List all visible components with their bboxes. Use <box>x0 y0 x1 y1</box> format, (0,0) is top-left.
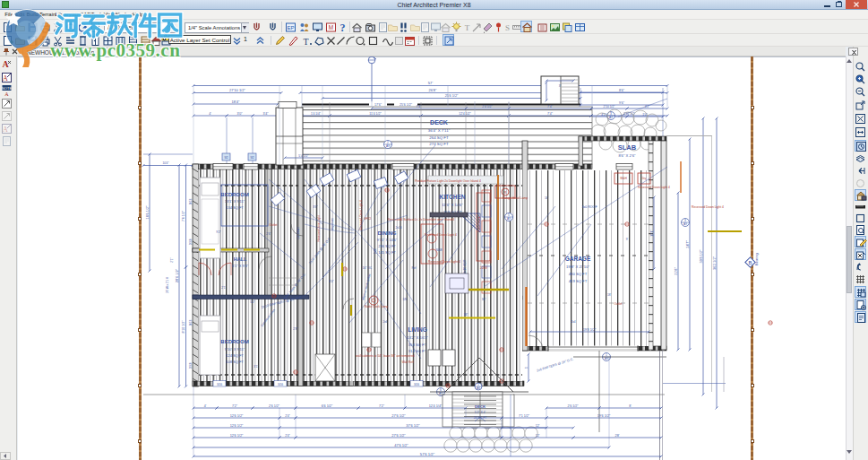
svg-text:134 SQ FT: 134 SQ FT <box>226 205 244 210</box>
svg-text:Recessed Down Light 4: Recessed Down Light 4 <box>359 200 363 230</box>
svg-text:Pendant Fixture Light 2x Downl: Pendant Fixture Light 2x Downlight Over … <box>415 179 481 183</box>
svg-text:Recessed Down Light 4: Recessed Down Light 4 <box>638 186 670 189</box>
svg-text:2'1": 2'1" <box>221 286 226 290</box>
svg-text:2x6: 2x6 <box>382 320 387 324</box>
svg-text:A9: A9 <box>507 217 511 221</box>
svg-text:17'6": 17'6" <box>374 103 382 107</box>
svg-text:3056: 3056 <box>189 319 193 325</box>
svg-text:2'4": 2'4" <box>285 414 290 418</box>
svg-text:1: 1 <box>606 353 607 357</box>
svg-text:7'6 1/2": 7'6 1/2" <box>182 210 185 221</box>
svg-text:M: M <box>329 24 333 30</box>
svg-text:3'4": 3'4" <box>263 112 270 116</box>
svg-text:2668: 2668 <box>189 362 193 369</box>
svg-text:HALL: HALL <box>234 256 247 262</box>
svg-text:419 SQ FT: 419 SQ FT <box>569 279 588 283</box>
svg-text:8'6" X 2'6": 8'6" X 2'6" <box>618 153 636 158</box>
svg-text:2x4: 2x4 <box>571 320 575 324</box>
svg-text:wall cabinets at 54", base 36": wall cabinets at 54", base 36" are tempe… <box>356 354 414 358</box>
svg-text:11'4 1/2": 11'4 1/2" <box>369 112 382 116</box>
svg-text:22'8": 22'8" <box>675 267 678 275</box>
svg-text:15'1": 15'1" <box>650 229 654 236</box>
svg-text:25'6 1/2": 25'6 1/2" <box>445 94 459 98</box>
svg-text:124 SQ FT: 124 SQ FT <box>226 353 244 358</box>
svg-text:A6: A6 <box>477 386 480 390</box>
svg-text:2: 2 <box>387 141 389 144</box>
svg-text:7'4": 7'4" <box>547 105 554 108</box>
svg-text:2'4": 2'4" <box>285 434 290 438</box>
svg-text:3'6 W x 2'1 H: 3'6 W x 2'1 H <box>166 277 169 293</box>
svg-text:2'6 1/2": 2'6 1/2" <box>269 404 280 408</box>
svg-text:DECK: DECK <box>475 404 486 409</box>
svg-text:36": 36" <box>464 313 468 317</box>
svg-text:3: 3 <box>684 219 686 222</box>
svg-text:18'4": 18'4" <box>232 100 240 104</box>
svg-text:BEDROOM: BEDROOM <box>220 339 248 344</box>
svg-text:36'4" X 7'11": 36'4" X 7'11" <box>428 128 451 133</box>
svg-text:2'6 1/2": 2'6 1/2" <box>568 404 580 408</box>
svg-text:12'6 1/2": 12'6 1/2" <box>230 434 244 438</box>
svg-text:8': 8' <box>629 404 632 408</box>
svg-text:19'6 1/2": 19'6 1/2" <box>597 414 611 418</box>
svg-text:10'4": 10'4" <box>162 161 168 165</box>
svg-text:7'2": 7'2" <box>379 404 385 408</box>
svg-text:EP: EP <box>287 25 294 30</box>
svg-text:4'0": 4'0" <box>329 280 333 283</box>
svg-text:NOTE: NOTE <box>2 86 12 91</box>
svg-text:W&H: W&H <box>620 177 627 180</box>
svg-text:Recessed Down Light 4: Recessed Down Light 4 <box>692 205 724 209</box>
svg-text:A: A <box>3 126 8 134</box>
svg-text:236 SQ FT: 236 SQ FT <box>378 244 396 248</box>
svg-text:27'10 1/2": 27'10 1/2" <box>229 88 245 92</box>
svg-text:6'6 1/2": 6'6 1/2" <box>322 404 333 408</box>
svg-text:2'6": 2'6" <box>266 232 271 236</box>
svg-text:57': 57' <box>428 81 434 85</box>
svg-text:2x10: 2x10 <box>396 226 402 230</box>
svg-text:2'4 1/2": 2'4 1/2" <box>482 105 493 108</box>
svg-text:2668: 2668 <box>189 239 193 245</box>
svg-text:LIVING: LIVING <box>408 326 427 333</box>
svg-text:3x0 ROOF: 3x0 ROOF <box>581 205 597 209</box>
svg-text:Outlet: Outlet <box>614 302 622 306</box>
svg-text:13'2" X 16'3": 13'2" X 16'3" <box>407 335 428 340</box>
svg-text:314 SQ FT: 314 SQ FT <box>408 349 427 353</box>
svg-text:13'1" X 9'11": 13'1" X 9'11" <box>225 199 245 204</box>
svg-text:3'0": 3'0" <box>237 112 244 116</box>
svg-text:3056: 3056 <box>278 383 284 386</box>
svg-text:4'1" X 9'3": 4'1" X 9'3" <box>232 264 249 268</box>
svg-text:26'8": 26'8" <box>429 88 437 92</box>
svg-text:A9: A9 <box>605 357 608 360</box>
svg-text:30": 30" <box>482 298 486 301</box>
svg-text:align truss: align truss <box>331 218 334 230</box>
svg-text:1: 1 <box>477 383 479 386</box>
svg-text:?: ? <box>340 22 346 33</box>
svg-text:DINING: DINING <box>378 230 397 236</box>
svg-text:5'2" X 4': 5'2" X 4' <box>475 411 486 414</box>
svg-text:A: A <box>3 74 8 82</box>
svg-text:3056: 3056 <box>217 383 223 386</box>
svg-text:19'8" X 21'10": 19'8" X 21'10" <box>566 265 590 269</box>
svg-text:24'7": 24'7" <box>686 240 690 248</box>
svg-text:2'10 1/2": 2'10 1/2" <box>604 105 616 108</box>
svg-text:5: 5 <box>508 213 510 217</box>
svg-text:7'1 1/2": 7'1 1/2" <box>519 414 530 418</box>
svg-text:3056: 3056 <box>189 198 193 204</box>
svg-text:9'6": 9'6" <box>619 101 625 105</box>
svg-text:12'4 1/4": 12'4 1/4" <box>429 404 443 408</box>
svg-text:9'2": 9'2" <box>216 230 220 234</box>
svg-text:8'6": 8'6" <box>619 89 625 92</box>
svg-text:Ref: Ref <box>412 266 417 270</box>
svg-text:S: S <box>505 23 510 32</box>
svg-text:11'6" X 14'6": 11'6" X 14'6" <box>442 203 463 207</box>
svg-text:12'4 1/2": 12'4 1/2" <box>459 112 471 116</box>
svg-text:Recessed Down Light 4: Recessed Down Light 4 <box>425 233 457 237</box>
svg-text:264 SQ FT: 264 SQ FT <box>429 135 449 140</box>
svg-text:18'6 1/2": 18'6 1/2" <box>146 205 150 219</box>
svg-text:A9: A9 <box>683 222 687 226</box>
svg-text:18': 18' <box>607 293 612 297</box>
svg-text:3': 3' <box>559 84 562 88</box>
svg-text:9'10" X 9'11": 9'10" X 9'11" <box>225 347 245 352</box>
svg-text:12': 12' <box>536 424 540 428</box>
svg-text:7'2": 7'2" <box>232 404 238 408</box>
svg-text:5': 5' <box>525 366 529 369</box>
